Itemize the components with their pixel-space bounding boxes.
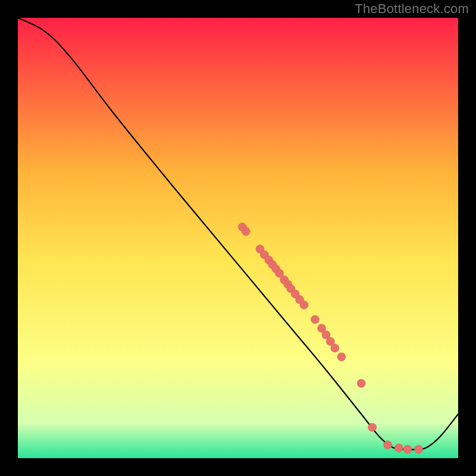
gradient-background: [18, 18, 458, 458]
data-point: [337, 353, 346, 361]
data-point: [357, 379, 365, 387]
data-point: [311, 315, 320, 324]
watermark-text: TheBottleneck.com: [355, 1, 469, 17]
data-point: [300, 300, 308, 309]
data-point: [403, 445, 412, 453]
data-point: [368, 423, 377, 431]
data-point: [394, 444, 403, 452]
plot-area: [18, 18, 458, 458]
data-point: [242, 227, 250, 236]
data-point: [384, 441, 392, 449]
chart-svg: [18, 18, 458, 458]
data-point: [331, 344, 339, 352]
data-point: [414, 445, 422, 453]
chart-frame: TheBottleneck.com: [0, 0, 476, 476]
